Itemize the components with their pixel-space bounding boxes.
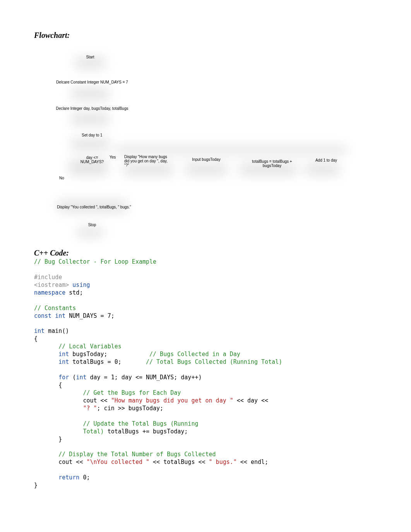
flowchart-start: Start xyxy=(79,53,102,61)
code-line: int xyxy=(76,374,86,381)
code-line: ; cin >> bugsToday; xyxy=(97,405,164,412)
code-line: Total) xyxy=(34,428,104,435)
code-line: ( xyxy=(69,374,76,381)
code-line: main() xyxy=(45,327,69,334)
flowchart-diagram: Start Delcare Constant Integer NUM_DAYS … xyxy=(46,48,377,237)
code-line: } xyxy=(34,436,62,443)
code-line: using xyxy=(69,281,90,288)
flowchart-stop: Stop xyxy=(82,221,102,228)
code-line: #include xyxy=(34,274,62,281)
flowchart-display-prompt: Display "How many bugs did you get on da… xyxy=(121,153,175,169)
code-line: return xyxy=(34,474,79,481)
flowchart-input: Input bugsToday xyxy=(183,156,229,163)
code-line: 0; xyxy=(79,474,90,481)
code-line xyxy=(34,405,83,412)
flowchart-set-day: Set day to 1 xyxy=(77,131,108,139)
code-line: " bugs." xyxy=(209,459,237,466)
code-line: // Constants xyxy=(34,305,76,312)
code-line: std; xyxy=(65,289,83,296)
code-line: "? " xyxy=(83,405,97,412)
code-line: int xyxy=(34,327,45,334)
cpp-code-heading: C++ Code: xyxy=(34,249,377,257)
flowchart-yes-label: Yes xyxy=(110,155,116,159)
flowchart-no-label: No xyxy=(59,176,64,180)
flowchart-increment: Add 1 to day xyxy=(311,157,342,164)
code-line: int xyxy=(34,351,69,358)
code-line: { xyxy=(34,335,38,342)
code-line: // Get the Bugs for Each Day xyxy=(34,389,181,396)
code-line: bugsToday; xyxy=(69,351,149,358)
code-line: { xyxy=(34,382,62,389)
flowchart-declare-vars: Declare Integer day, bugsToday, totalBug… xyxy=(50,105,135,112)
flowchart-decision: day <= NUM_DAYS? xyxy=(77,154,108,165)
code-line: cout << xyxy=(34,459,86,466)
flowchart-heading: Flowchart: xyxy=(34,31,377,40)
code-line: const xyxy=(34,312,51,319)
code-line: // Update the Total Bugs (Running xyxy=(34,420,198,427)
code-line: // Bug Collector - For Loop Example xyxy=(34,258,156,265)
code-line: totalBugs = 0; xyxy=(69,358,146,365)
code-line: "How many bugs did you get on day " xyxy=(111,397,233,404)
flowchart-update-total: totalBugs = totalBugs + bugsToday xyxy=(239,158,305,169)
code-line: // Bugs Collected in a Day xyxy=(149,351,240,358)
code-line: "\nYou collected " xyxy=(86,459,149,466)
code-line: // Total Bugs Collected (Running Total) xyxy=(146,358,282,365)
code-line: << totalBugs << xyxy=(149,459,209,466)
code-line: // Display the Total Number of Bugs Coll… xyxy=(34,451,216,458)
code-line: // Local Variables xyxy=(34,343,122,350)
code-line: NUM_DAYS = 7; xyxy=(65,312,114,319)
code-line: for xyxy=(34,374,69,381)
code-line: << day << xyxy=(233,397,268,404)
code-line: totalBugs += bugsToday; xyxy=(104,428,188,435)
cpp-code-block: // Bug Collector - For Loop Example #inc… xyxy=(34,258,377,489)
code-line: <iostream> xyxy=(34,281,69,288)
code-line: << endl; xyxy=(237,459,268,466)
code-line: } xyxy=(34,482,38,489)
code-line: day = 1; day <= NUM_DAYS; day++) xyxy=(86,374,202,381)
code-line: int xyxy=(34,358,69,365)
code-line: namespace xyxy=(34,289,65,296)
code-line: int xyxy=(51,312,65,319)
code-line: cout << xyxy=(34,397,111,404)
flowchart-declare-const: Delcare Constant Integer NUM_DAYS = 7 xyxy=(51,78,133,86)
flowchart-display-result: Display "You collected ", totalBugs, " b… xyxy=(50,203,139,211)
